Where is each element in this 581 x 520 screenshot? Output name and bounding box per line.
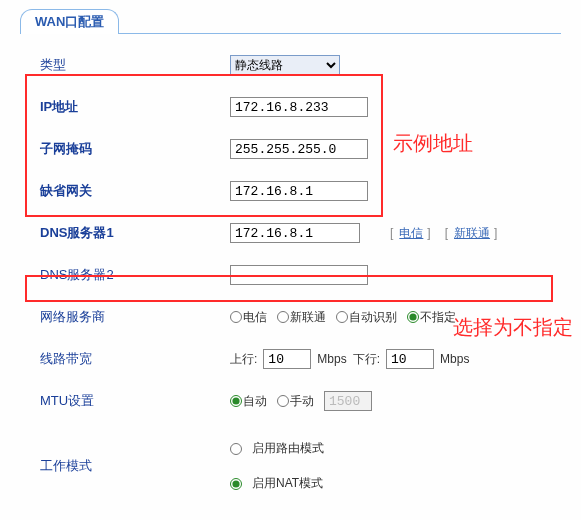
bracket: ] — [427, 226, 430, 240]
radio-isp-unicom[interactable]: 新联通 — [277, 309, 326, 326]
input-dns1[interactable] — [230, 223, 360, 243]
label-downstream: 下行: — [353, 351, 380, 368]
link-telecom[interactable]: 电信 — [399, 225, 423, 242]
input-downstream[interactable] — [386, 349, 434, 369]
label-gateway: 缺省网关 — [40, 182, 230, 200]
label-workmode: 工作模式 — [40, 457, 230, 475]
input-gateway[interactable] — [230, 181, 368, 201]
label-ip: IP地址 — [40, 98, 230, 116]
label-isp: 网络服务商 — [40, 308, 230, 326]
tab-wan-config[interactable]: WAN口配置 — [20, 9, 119, 34]
radio-isp-auto[interactable]: 自动识别 — [336, 309, 397, 326]
bracket: [ — [390, 226, 393, 240]
radio-isp-none[interactable]: 不指定 — [407, 309, 456, 326]
label-type: 类型 — [40, 56, 230, 74]
input-mask[interactable] — [230, 139, 368, 159]
bracket: ] — [494, 226, 497, 240]
unit-mbps: Mbps — [317, 352, 346, 366]
select-type[interactable]: 静态线路 — [230, 55, 340, 75]
unit-mbps: Mbps — [440, 352, 469, 366]
radio-isp-telecom[interactable]: 电信 — [230, 309, 267, 326]
bracket: [ — [445, 226, 448, 240]
input-dns2[interactable] — [230, 265, 368, 285]
label-bandwidth: 线路带宽 — [40, 350, 230, 368]
radio-mtu-auto[interactable]: 自动 — [230, 393, 267, 410]
radio-mode-nat[interactable]: 启用NAT模式 — [230, 475, 324, 492]
radio-mode-route[interactable]: 启用路由模式 — [230, 440, 324, 457]
input-upstream[interactable] — [263, 349, 311, 369]
link-unicom[interactable]: 新联通 — [454, 225, 490, 242]
input-ip[interactable] — [230, 97, 368, 117]
label-upstream: 上行: — [230, 351, 257, 368]
label-mask: 子网掩码 — [40, 140, 230, 158]
label-dns2: DNS服务器2 — [40, 266, 230, 284]
input-mtu-value — [324, 391, 372, 411]
label-dns1: DNS服务器1 — [40, 224, 230, 242]
radio-mtu-manual[interactable]: 手动 — [277, 393, 314, 410]
wan-form: 类型 静态线路 IP地址 子网掩码 缺省网关 DNS服务器1 [ 电信 — [0, 34, 581, 520]
label-mtu: MTU设置 — [40, 392, 230, 410]
